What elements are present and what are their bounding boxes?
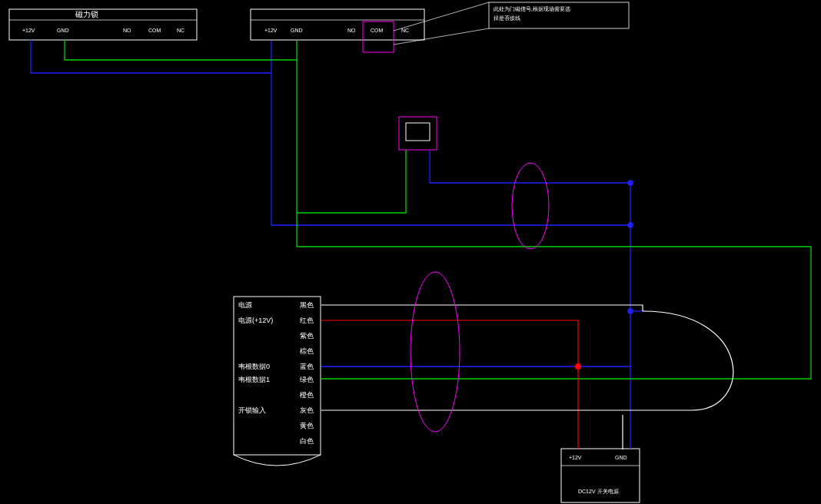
rl-right-7: 灰色 — [300, 406, 314, 414]
module-lock-1: 磁力锁 +12V GND NO COM NC — [9, 9, 197, 40]
psu-12v: +12V — [569, 455, 582, 460]
module2-pin-nc: NC — [401, 28, 409, 33]
rl-left-4: 韦根数据0 — [238, 363, 270, 370]
note-line1: 此处为门磁信号,根据现场需要选 — [494, 6, 570, 12]
rl-right-3: 棕色 — [300, 347, 314, 355]
module-lock-2: +12V GND NO COM NC — [251, 9, 424, 52]
svg-point-14 — [628, 223, 633, 227]
wire-red — [321, 320, 581, 449]
svg-point-17 — [512, 163, 549, 249]
module1-pin-nc: NC — [177, 28, 184, 33]
rl-left-7: 开锁输入 — [238, 406, 266, 414]
svg-line-6 — [394, 2, 489, 31]
module2-pin-com: COM — [371, 28, 384, 33]
rl-left-5: 韦根数据1 — [238, 376, 270, 383]
note-line2: 择是否接线 — [494, 15, 520, 22]
rl-right-1: 红色 — [300, 317, 314, 324]
rl-right-8: 黄色 — [300, 422, 314, 429]
psu-label: DC12V 开关电源 — [578, 489, 619, 494]
wire-white — [321, 305, 733, 449]
module1-pin-no: NO — [123, 28, 131, 33]
rl-right-9: 白色 — [300, 437, 314, 445]
svg-point-16 — [576, 364, 581, 370]
rl-right-4: 蓝色 — [300, 363, 314, 370]
reader-module: 电源 黑色 电源(+12V) 红色 紫色 棕色 韦根数据0 蓝色 韦根数据1 绿… — [234, 297, 321, 466]
module1-pin-12v: +12V — [22, 28, 35, 33]
wire-green — [65, 40, 811, 379]
module2-pin-12v: +12V — [264, 28, 278, 33]
rl-right-5: 绿色 — [300, 376, 314, 383]
rl-left-0: 电源 — [238, 301, 252, 309]
rl-right-6: 橙色 — [300, 391, 314, 399]
svg-rect-8 — [399, 117, 437, 150]
wire-blue — [31, 40, 644, 449]
push-button — [399, 117, 437, 150]
svg-rect-9 — [406, 123, 430, 141]
module1-pin-gnd: GND — [57, 28, 69, 33]
svg-rect-4 — [363, 22, 394, 52]
svg-point-13 — [628, 181, 633, 185]
wiring-diagram: { "top_module1": { "title": "磁力锁", "pins… — [0, 0, 821, 504]
module2-pin-gnd: GND — [291, 28, 303, 33]
note-callout: 此处为门磁信号,根据现场需要选 择是否接线 — [394, 2, 629, 45]
psu-gnd: GND — [615, 455, 627, 460]
rl-left-1: 电源(+12V) — [238, 317, 273, 324]
rl-right-2: 紫色 — [300, 332, 314, 340]
module2-pin-no: NO — [347, 28, 356, 33]
svg-rect-0 — [9, 9, 197, 40]
cable-bundle-ellipses — [410, 163, 549, 432]
svg-point-18 — [410, 272, 460, 432]
rl-right-0: 黑色 — [300, 301, 314, 309]
module1-title: 磁力锁 — [75, 10, 98, 18]
power-supply: +12V GND DC12V 开关电源 — [561, 449, 640, 502]
svg-rect-2 — [251, 9, 424, 40]
module1-pin-com: COM — [148, 28, 161, 33]
